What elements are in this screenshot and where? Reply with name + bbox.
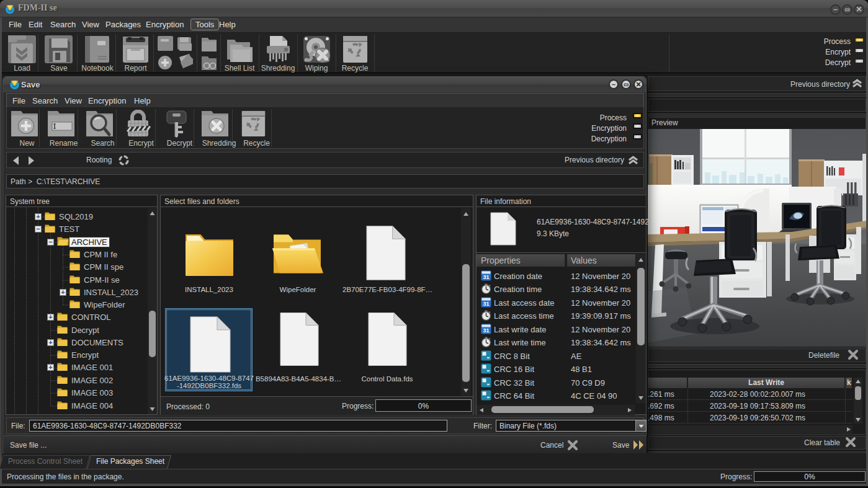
svg-text:31: 31 (483, 300, 489, 306)
svg-text:31: 31 (483, 327, 489, 333)
svg-text:31: 31 (483, 274, 489, 280)
